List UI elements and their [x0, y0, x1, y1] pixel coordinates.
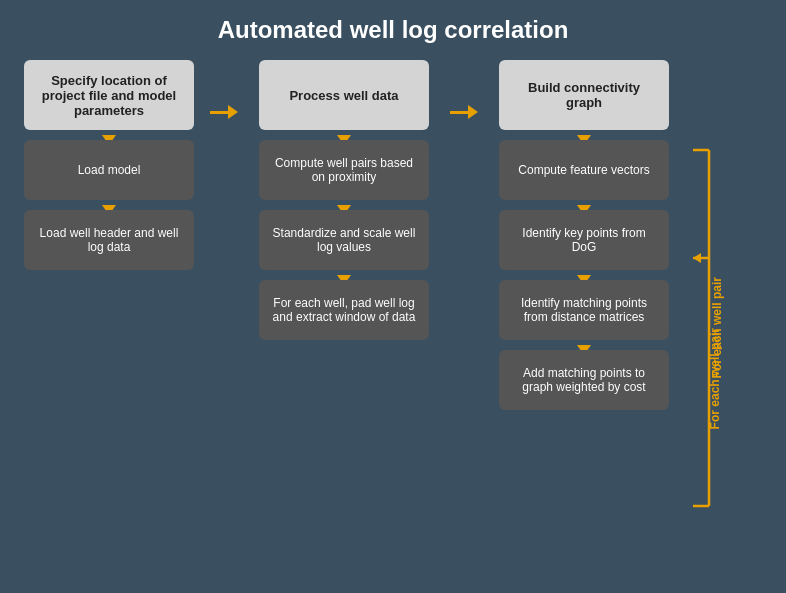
step-load-well-header: Load well header and well log data [24, 210, 194, 270]
arrow-right-1 [204, 60, 244, 119]
step-compute-feature-vectors: Compute feature vectors [499, 140, 669, 200]
step-standardize-scale: Standardize and scale well log values [259, 210, 429, 270]
side-label-container: For each well pair For each well pair [686, 148, 722, 508]
header-box-2: Process well data [259, 60, 429, 130]
step-pad-well-log: For each well, pad well log and extract … [259, 280, 429, 340]
step-identify-matching-points: Identify matching points from distance m… [499, 280, 669, 340]
side-label-text: For each well pair [710, 148, 724, 508]
column-2: Process well data Compute well pairs bas… [244, 60, 444, 340]
header-box-3: Build connectivity graph [499, 60, 669, 130]
column-1: Specify location of project file and mod… [14, 60, 204, 270]
step-load-model: Load model [24, 140, 194, 200]
column-3: Build connectivity graph Compute feature… [484, 60, 684, 410]
flow-layout: Specify location of project file and mod… [14, 60, 772, 508]
arrow-right-2 [444, 60, 484, 119]
step-add-matching-points: Add matching points to graph weighted by… [499, 350, 669, 410]
page-title: Automated well log correlation [218, 16, 569, 44]
side-label-span: For each well pair [710, 277, 724, 378]
page-container: Automated well log correlation Specify l… [0, 0, 786, 593]
header-box-1: Specify location of project file and mod… [24, 60, 194, 130]
step-identify-key-points: Identify key points from DoG [499, 210, 669, 270]
step-compute-well-pairs: Compute well pairs based on proximity [259, 140, 429, 200]
svg-marker-4 [693, 253, 701, 263]
